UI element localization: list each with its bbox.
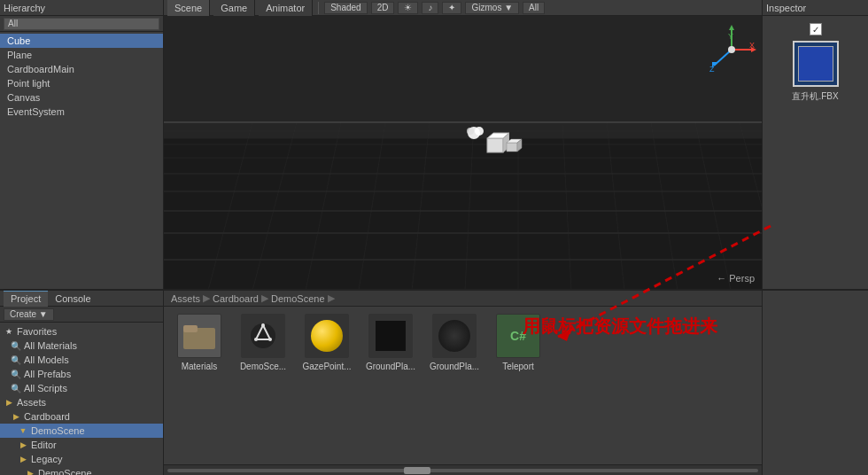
small-cube-svg [505,138,523,154]
tab-console-label: Console [55,293,90,304]
unity-logo-svg [249,322,277,350]
asset-materials[interactable]: Materials [171,314,228,372]
hierarchy-item-pointlight[interactable]: Point light [0,76,163,90]
search-icon-models: 🔍 [11,355,21,365]
yellow-sphere-shape [311,320,343,352]
tree-cardboard[interactable]: ▶ Cardboard [0,409,163,424]
slider-thumb[interactable] [404,467,430,474]
folder-icon-demoscene2: ▶ [25,468,35,475]
tree-demoscene[interactable]: ▼ DemoScene [0,424,163,438]
asset-browser: Assets ▶ Cardboard ▶ DemoScene ▶ Materia [164,291,762,475]
fav-scripts-label: All Scripts [24,383,67,393]
search-icon-prefabs: 🔍 [11,370,21,379]
unity-icon-preview [241,314,285,358]
asset-teleport[interactable]: C# Teleport [490,314,546,372]
file-icon-inner [798,46,833,82]
breadcrumb-sep-3: ▶ [328,292,335,304]
dark-circle-shape [438,320,470,352]
svg-rect-26 [487,138,503,152]
demoscene2-label: DemoScene [38,468,92,475]
tree-editor[interactable]: ▶ Editor [0,438,163,452]
asset-groundpla1-label: GroundPla... [366,362,415,372]
tab-console[interactable]: Console [48,291,97,307]
inspector-body: ✓ 直升机.FBX [763,16,868,289]
breadcrumb-sep-1: ▶ [203,292,210,304]
svg-point-33 [475,127,484,136]
project-scrollbar[interactable] [164,464,762,475]
tab-animator[interactable]: Animator [259,0,313,16]
2d-btn[interactable]: 2D [371,2,395,14]
light-svg [465,122,487,140]
drag-file-preview [793,41,839,87]
asset-teleport-label: Teleport [502,362,534,372]
hierarchy-item-cube[interactable]: Cube [0,34,163,48]
shading-btn[interactable]: Shaded [324,2,367,14]
assets-label: Assets [17,397,46,408]
drag-indicator: ✓ 直升机.FBX [763,16,868,110]
tree-demoscene2[interactable]: ▶ DemoScene [0,466,163,475]
scene-light [465,122,487,142]
asset-groundpla2-label: GroundPla... [430,362,479,372]
slider-track[interactable] [167,469,758,472]
scene-toolbar: Scene Game Animator Shaded 2D ☀ ♪ ✦ Gizm… [164,0,762,16]
gizmos-btn[interactable]: Gizmos ▼ [465,2,519,14]
black-square-preview [368,314,413,358]
hierarchy-item-plane[interactable]: Plane [0,48,163,62]
inspector-header: Inspector [763,0,868,16]
folder-icon-editor: ▶ [18,440,28,450]
cardboard-label: Cardboard [24,411,70,422]
fav-all-prefabs[interactable]: 🔍 All Prefabs [0,367,163,381]
breadcrumb: Assets ▶ Cardboard ▶ DemoScene ▶ [164,291,762,307]
project-assets: Materials DemoSce... [164,307,762,464]
search-icon-scripts: 🔍 [11,384,21,393]
tab-scene-label: Scene [174,3,202,13]
asset-gazepoint-label: GazePoint... [302,362,351,372]
light-btn[interactable]: ☀ [398,2,418,14]
hierarchy-item-canvas[interactable]: Canvas [0,90,163,105]
hierarchy-items: Cube Plane CardboardMain Point light Can… [0,32,163,289]
folder-icon-assets: ▶ [4,397,14,408]
svg-point-44 [728,46,735,53]
fav-all-models[interactable]: 🔍 All Models [0,353,163,367]
asset-gazepoint[interactable]: GazePoint... [298,314,355,372]
demoscene-label: DemoScene [31,425,85,436]
scene-view[interactable]: Y X Z ← Persp [164,16,762,289]
hierarchy-item-label: EventSystem [7,106,65,117]
drag-checkbox[interactable]: ✓ [810,23,822,35]
inspector-title: Inspector [766,3,806,13]
breadcrumb-sep-2: ▶ [261,292,268,304]
asset-groundpla2[interactable]: GroundPla... [426,314,483,372]
hierarchy-title: Hierarchy [4,3,45,13]
tab-project[interactable]: Project [4,291,48,307]
breadcrumb-cardboard: Cardboard [213,293,259,304]
create-button[interactable]: Create ▼ [4,308,54,321]
scene-grid-svg [164,16,762,289]
tree-legacy[interactable]: ▶ Legacy [0,452,163,466]
project-tree-panel: Project Console Create ▼ ★ Favorites 🔍 A… [0,291,164,475]
gizmo-svg: Y X Z [705,23,758,76]
assets-header[interactable]: ▶ Assets [0,395,163,409]
fx-btn[interactable]: ✦ [442,2,461,14]
star-icon: ★ [4,326,14,337]
drag-file-label: 直升机.FBX [792,90,838,103]
asset-demoscene-file[interactable]: DemoSce... [235,314,291,372]
fav-all-materials[interactable]: 🔍 All Materials [0,339,163,353]
svg-point-51 [254,338,258,341]
audio-btn[interactable]: ♪ [422,2,438,14]
hierarchy-item-cardboardmain[interactable]: CardboardMain [0,62,163,76]
all-btn[interactable]: All [523,2,545,14]
legacy-label: Legacy [31,454,62,464]
svg-point-34 [467,128,474,135]
tab-scene[interactable]: Scene [167,0,210,16]
persp-label: ← Persp [717,273,755,284]
main-layout: Hierarchy Cube Plane CardboardMain Point… [0,0,868,475]
favorites-header[interactable]: ★ Favorites [0,324,163,339]
svg-rect-2 [164,139,762,289]
center-col: Scene Game Animator Shaded 2D ☀ ♪ ✦ Gizm… [164,0,762,289]
tab-game[interactable]: Game [213,0,255,16]
hierarchy-item-eventsystem[interactable]: EventSystem [0,105,163,119]
asset-groundpla1[interactable]: GroundPla... [362,314,419,372]
svg-point-49 [261,323,265,327]
hierarchy-search[interactable] [4,18,159,30]
fav-all-scripts[interactable]: 🔍 All Scripts [0,381,163,395]
